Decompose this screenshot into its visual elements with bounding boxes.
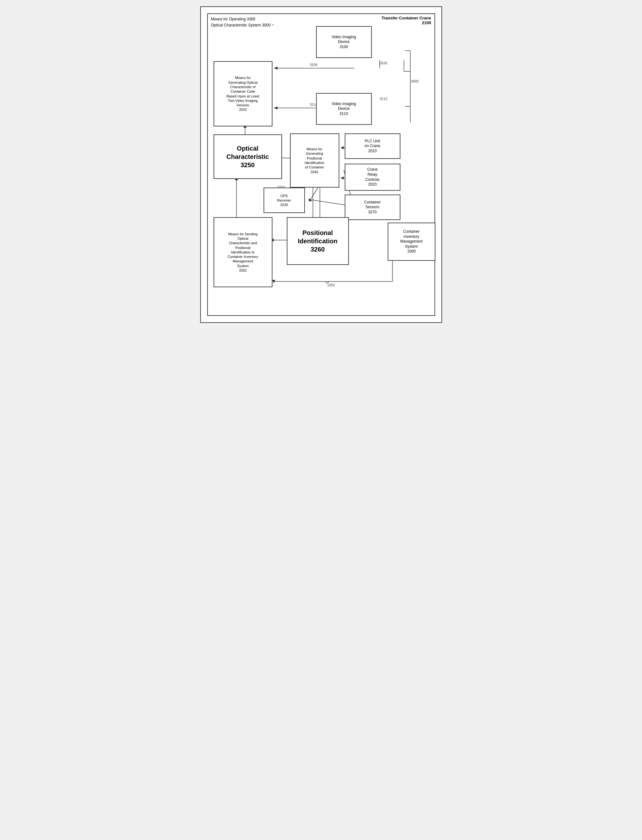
svg-marker-39: [272, 280, 275, 283]
svg-text:3002: 3002: [411, 79, 418, 83]
svg-text:3112: 3112: [380, 97, 387, 101]
container-sensors-box: ContainerSensors3270: [345, 195, 400, 220]
means-positional-box: Means forGeneratingPositionalIdentificat…: [290, 133, 339, 188]
svg-marker-19: [340, 146, 344, 149]
svg-marker-22: [340, 176, 344, 180]
transfer-crane-title: Transfer Container Crane 2100: [381, 16, 431, 25]
optical-characteristic-box: OpticalCharacteristic3250: [214, 134, 282, 179]
means-generating-optical-box: Means forGenerating OpticalCharacteristi…: [214, 61, 272, 127]
svg-marker-26: [309, 198, 312, 201]
plc-unit-box: PLC Uniton Crane2010: [345, 133, 400, 159]
video-imaging-2-box: Video ImagingDevice3110: [316, 93, 372, 125]
svg-text:3102: 3102: [380, 61, 387, 65]
means-sending-box: Means for SendingOpticalCharacteristic a…: [214, 217, 272, 287]
positional-identification-box: PositionalIdentification3260: [287, 217, 349, 265]
svg-text:1002: 1002: [327, 283, 335, 287]
outer-border: Transfer Container Crane 2100 Means for …: [207, 13, 435, 316]
system-title: Means for Operating 3300 Optical Charact…: [211, 16, 274, 28]
page: Transfer Container Crane 2100 Means for …: [200, 6, 442, 323]
svg-text:3104: 3104: [310, 63, 317, 67]
gps-receiver-box: GPSReceiver3230: [264, 188, 305, 213]
crane-relay-box: CraneRelayControls2020: [345, 164, 400, 191]
video-imaging-1-box: Video ImagingDevice3100: [316, 26, 372, 58]
container-inventory-box: ContainerInventoryManagementSystem1000: [387, 223, 435, 261]
